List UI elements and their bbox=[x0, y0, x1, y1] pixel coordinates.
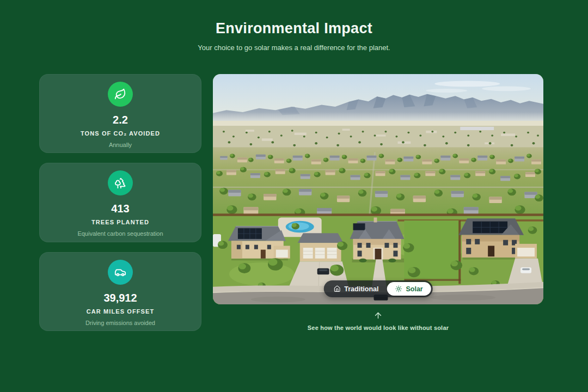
page-title: Environmental Impact bbox=[0, 20, 588, 37]
stat-label: CAR MILES OFFSET bbox=[87, 308, 155, 315]
page-subtitle: Your choice to go solar makes a real dif… bbox=[0, 44, 588, 52]
stat-sublabel: Equivalent carbon sequestration bbox=[77, 230, 163, 237]
car-icon bbox=[108, 260, 133, 285]
toggle-solar-button[interactable]: Solar bbox=[387, 282, 431, 296]
stat-card-trees: 413 TREES PLANTED Equivalent carbon sequ… bbox=[39, 163, 201, 242]
stat-label: TREES PLANTED bbox=[91, 219, 149, 225]
arrow-up-icon bbox=[213, 311, 543, 322]
stat-sublabel: Driving emissions avoided bbox=[85, 320, 155, 326]
comparison-column: Traditional Solar See how the world woul… bbox=[213, 74, 543, 331]
section-header: Environmental Impact Your choice to go s… bbox=[0, 0, 588, 74]
view-toggle: Traditional Solar bbox=[323, 280, 432, 297]
stat-value: 39,912 bbox=[103, 292, 137, 304]
trees-icon bbox=[108, 170, 133, 195]
stat-value: 413 bbox=[111, 203, 129, 215]
stats-column: 2.2 TONS OF CO₂ AVOIDED Annually 413 TRE… bbox=[39, 74, 201, 331]
stat-value: 2.2 bbox=[113, 114, 128, 126]
comparison-hint-text: See how the world would look like withou… bbox=[213, 324, 543, 331]
leaf-icon bbox=[108, 82, 133, 107]
main-content: 2.2 TONS OF CO₂ AVOIDED Annually 413 TRE… bbox=[39, 74, 543, 331]
sun-icon bbox=[395, 285, 402, 292]
comparison-image-panel: Traditional Solar bbox=[213, 74, 543, 304]
neighborhood-aerial-photo bbox=[213, 74, 543, 304]
stat-label: TONS OF CO₂ AVOIDED bbox=[81, 130, 160, 137]
toggle-label: Traditional bbox=[344, 285, 378, 293]
toggle-label: Solar bbox=[406, 285, 422, 293]
home-icon bbox=[333, 285, 340, 292]
stat-card-co2: 2.2 TONS OF CO₂ AVOIDED Annually bbox=[39, 74, 201, 153]
toggle-traditional-button[interactable]: Traditional bbox=[325, 282, 387, 296]
stat-sublabel: Annually bbox=[109, 142, 132, 148]
stat-card-car-miles: 39,912 CAR MILES OFFSET Driving emission… bbox=[39, 252, 201, 331]
comparison-hint: See how the world would look like withou… bbox=[213, 311, 543, 331]
